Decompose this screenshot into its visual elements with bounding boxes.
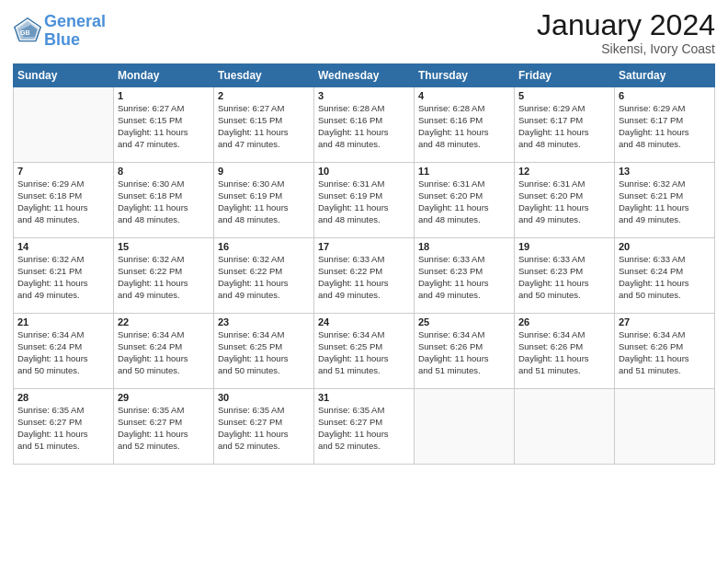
cell-info: Sunrise: 6:27 AMSunset: 6:15 PMDaylight:… [218, 103, 310, 150]
calendar-cell: 11Sunrise: 6:31 AMSunset: 6:20 PMDayligh… [415, 163, 515, 238]
cell-info-line: and 49 minutes. [17, 290, 80, 300]
cell-info-line: Sunrise: 6:28 AM [318, 103, 384, 113]
calendar-cell: 21Sunrise: 6:34 AMSunset: 6:24 PMDayligh… [14, 314, 114, 389]
cell-info: Sunrise: 6:34 AMSunset: 6:26 PMDaylight:… [518, 329, 610, 376]
day-header-wednesday: Wednesday [314, 64, 415, 87]
cell-info-line: and 48 minutes. [318, 214, 381, 224]
cell-info-line: Sunrise: 6:28 AM [418, 103, 484, 113]
cell-info-line: Sunrise: 6:32 AM [17, 254, 84, 264]
day-number: 24 [318, 316, 410, 327]
cell-info-line: Sunrise: 6:31 AM [418, 178, 484, 189]
calendar-week-3: 14Sunrise: 6:32 AMSunset: 6:21 PMDayligh… [14, 238, 715, 314]
day-number: 23 [218, 316, 310, 327]
cell-info-line: Sunrise: 6:31 AM [518, 178, 585, 189]
calendar-cell: 29Sunrise: 6:35 AMSunset: 6:27 PMDayligh… [114, 389, 214, 465]
day-header-thursday: Thursday [415, 64, 515, 87]
cell-info-line: Daylight: 11 hours [418, 127, 489, 137]
day-number: 31 [318, 392, 410, 403]
calendar-cell: 28Sunrise: 6:35 AMSunset: 6:27 PMDayligh… [14, 389, 114, 465]
cell-info: Sunrise: 6:33 AMSunset: 6:22 PMDaylight:… [318, 254, 410, 301]
cell-info-line: and 48 minutes. [118, 214, 180, 224]
calendar-cell: 7Sunrise: 6:29 AMSunset: 6:18 PMDaylight… [14, 163, 114, 238]
calendar-week-4: 21Sunrise: 6:34 AMSunset: 6:24 PMDayligh… [14, 314, 715, 389]
cell-info-line: and 49 minutes. [418, 290, 481, 300]
cell-info-line: Sunset: 6:27 PM [118, 417, 182, 427]
calendar-cell: 15Sunrise: 6:32 AMSunset: 6:22 PMDayligh… [114, 238, 214, 314]
cell-info-line: Sunrise: 6:32 AM [118, 254, 184, 264]
cell-info-line: and 52 minutes. [318, 441, 381, 451]
cell-info-line: Sunrise: 6:34 AM [518, 329, 585, 339]
cell-info-line: Sunrise: 6:27 AM [218, 103, 284, 113]
cell-info-line: Sunset: 6:19 PM [218, 190, 282, 201]
calendar-cell: 20Sunrise: 6:33 AMSunset: 6:24 PMDayligh… [615, 238, 715, 314]
cell-info: Sunrise: 6:35 AMSunset: 6:27 PMDaylight:… [17, 405, 109, 452]
cell-info-line: Sunset: 6:23 PM [418, 266, 483, 276]
cell-info-line: Sunrise: 6:34 AM [318, 329, 384, 339]
cell-info-line: Sunrise: 6:34 AM [218, 329, 284, 339]
day-number: 27 [619, 316, 711, 327]
cell-info-line: Daylight: 11 hours [17, 429, 88, 439]
cell-info-line: Sunset: 6:17 PM [518, 115, 583, 125]
cell-info: Sunrise: 6:35 AMSunset: 6:27 PMDaylight:… [218, 405, 310, 452]
cell-info-line: and 49 minutes. [118, 290, 180, 300]
cell-info-line: Daylight: 11 hours [518, 278, 589, 288]
day-number: 2 [218, 90, 310, 101]
calendar-cell: 13Sunrise: 6:32 AMSunset: 6:21 PMDayligh… [615, 163, 715, 238]
logo-text: General Blue [44, 13, 106, 50]
cell-info-line: and 50 minutes. [619, 290, 681, 300]
cell-info: Sunrise: 6:32 AMSunset: 6:21 PMDaylight:… [17, 254, 109, 301]
cell-info-line: Daylight: 11 hours [118, 353, 188, 363]
cell-info-line: Sunrise: 6:32 AM [619, 178, 685, 189]
logo-blue: Blue [44, 30, 80, 49]
calendar-cell: 3Sunrise: 6:28 AMSunset: 6:16 PMDaylight… [314, 87, 415, 163]
cell-info-line: Sunset: 6:16 PM [318, 115, 382, 125]
cell-info-line: Sunset: 6:24 PM [17, 341, 82, 351]
cell-info-line: Sunrise: 6:30 AM [218, 178, 284, 189]
day-number: 26 [518, 316, 610, 327]
cell-info-line: Daylight: 11 hours [118, 429, 188, 439]
cell-info-line: Sunset: 6:25 PM [318, 341, 382, 351]
cell-info-line: and 48 minutes. [418, 139, 481, 149]
calendar-table: SundayMondayTuesdayWednesdayThursdayFrid… [13, 63, 715, 465]
calendar-week-1: 1Sunrise: 6:27 AMSunset: 6:15 PMDaylight… [14, 87, 715, 163]
day-number: 25 [418, 316, 510, 327]
cell-info-line: Sunset: 6:18 PM [17, 190, 82, 201]
cell-info-line: and 47 minutes. [218, 139, 280, 149]
cell-info-line: Daylight: 11 hours [318, 278, 389, 288]
title-block: January 2024 Sikensi, Ivory Coast [537, 9, 715, 56]
cell-info-line: and 48 minutes. [619, 139, 681, 149]
calendar-cell [615, 389, 715, 465]
calendar-cell: 16Sunrise: 6:32 AMSunset: 6:22 PMDayligh… [214, 238, 314, 314]
cell-info-line: and 48 minutes. [17, 214, 80, 224]
day-header-monday: Monday [114, 64, 214, 87]
header: GB General Blue January 2024 Sikensi, Iv… [13, 9, 715, 56]
calendar-cell: 31Sunrise: 6:35 AMSunset: 6:27 PMDayligh… [314, 389, 415, 465]
cell-info-line: Sunrise: 6:35 AM [118, 405, 184, 415]
cell-info-line: and 48 minutes. [418, 214, 481, 224]
calendar-cell: 19Sunrise: 6:33 AMSunset: 6:23 PMDayligh… [515, 238, 615, 314]
cell-info-line: Sunrise: 6:29 AM [518, 103, 585, 113]
cell-info-line: Sunrise: 6:34 AM [118, 329, 184, 339]
cell-info-line: Sunset: 6:22 PM [218, 266, 282, 276]
cell-info-line: Sunset: 6:27 PM [318, 417, 382, 427]
day-number: 3 [318, 90, 410, 101]
cell-info-line: Sunset: 6:16 PM [418, 115, 483, 125]
cell-info: Sunrise: 6:34 AMSunset: 6:26 PMDaylight:… [418, 329, 510, 376]
cell-info-line: and 50 minutes. [118, 365, 180, 375]
cell-info-line: and 52 minutes. [218, 441, 280, 451]
cell-info-line: Daylight: 11 hours [418, 278, 489, 288]
day-number: 12 [518, 166, 610, 177]
cell-info-line: Daylight: 11 hours [619, 202, 689, 213]
month-title: January 2024 [537, 9, 715, 41]
cell-info-line: Sunset: 6:27 PM [218, 417, 282, 427]
cell-info-line: and 49 minutes. [218, 290, 280, 300]
cell-info-line: and 51 minutes. [619, 365, 681, 375]
calendar-cell: 27Sunrise: 6:34 AMSunset: 6:26 PMDayligh… [615, 314, 715, 389]
cell-info: Sunrise: 6:28 AMSunset: 6:16 PMDaylight:… [418, 103, 510, 150]
cell-info-line: and 52 minutes. [118, 441, 180, 451]
cell-info-line: Daylight: 11 hours [218, 278, 289, 288]
day-number: 5 [518, 90, 610, 101]
cell-info-line: Daylight: 11 hours [619, 353, 689, 363]
cell-info-line: and 50 minutes. [518, 290, 581, 300]
day-number: 1 [118, 90, 210, 101]
